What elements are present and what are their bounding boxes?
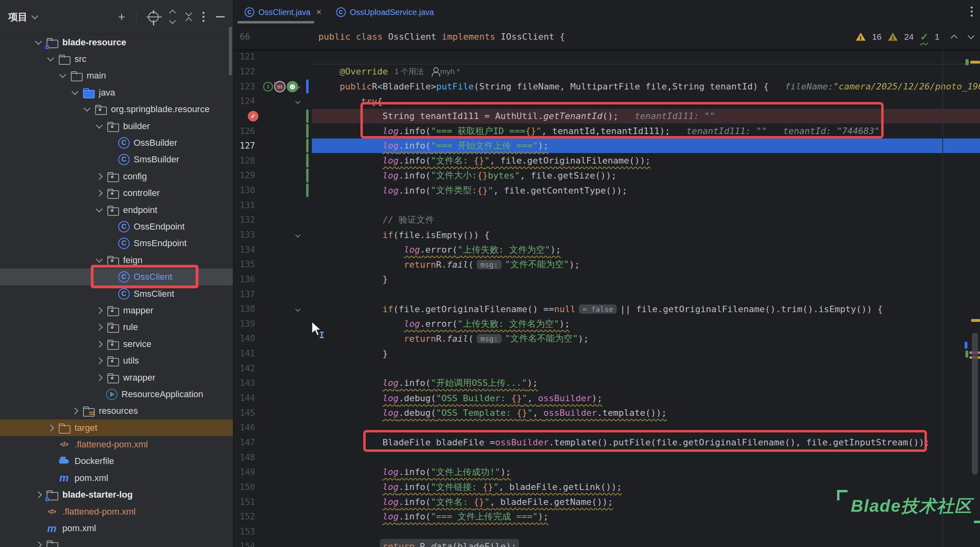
tree-item-resourceapplication[interactable]: ResourceApplication bbox=[0, 386, 233, 402]
implementing-method-icon[interactable]: I↑ bbox=[263, 82, 273, 92]
code-line-content[interactable]: String tenantId111 = AuthUtil.getTenantI… bbox=[312, 109, 980, 124]
code-area[interactable]: 121122@Override1 个用法myh *123I↑m⊕public R… bbox=[233, 49, 980, 547]
gutter[interactable]: 143 bbox=[233, 376, 312, 391]
tree-scrollbar[interactable] bbox=[229, 27, 232, 75]
code-line-132[interactable]: 132// 验证文件 bbox=[233, 213, 980, 228]
code-line-content[interactable] bbox=[312, 361, 980, 376]
tree-item-smsbuilder[interactable]: CSmsBuilder bbox=[0, 151, 233, 168]
gutter[interactable]: 129 bbox=[233, 168, 312, 183]
code-line-content[interactable]: log.debug("OSS Builder: {}", ossBuilder)… bbox=[312, 391, 980, 406]
tree-item-src[interactable]: src bbox=[0, 51, 233, 67]
vcs-change-marker[interactable] bbox=[306, 109, 309, 123]
gutter[interactable]: 147 bbox=[233, 435, 312, 450]
code-line-content[interactable]: public R<BladeFile> putFile(String fileN… bbox=[312, 79, 980, 94]
tree-item--flattened-pom-xml[interactable]: </>.flattened-pom.xml bbox=[0, 436, 233, 453]
project-panel-title[interactable]: 项目 bbox=[8, 11, 28, 23]
tree-item-builder[interactable]: builder bbox=[0, 118, 233, 134]
add-icon[interactable]: + bbox=[118, 11, 125, 23]
gutter[interactable]: 134 bbox=[233, 242, 312, 257]
chevron-down-icon[interactable] bbox=[32, 12, 38, 19]
gutter[interactable]: 124 bbox=[233, 94, 312, 109]
gutter[interactable]: 146 bbox=[233, 420, 312, 435]
code-line-146[interactable]: 146 bbox=[233, 420, 980, 435]
code-line-127[interactable]: 127log.info("=== 开始文件上传 ==="); bbox=[233, 138, 980, 153]
gutter[interactable]: ✓ bbox=[233, 109, 312, 124]
code-line-145[interactable]: 145log.debug("OSS Template: {}", ossBuil… bbox=[233, 405, 980, 420]
tree-item-ossbuilder[interactable]: COssBuilder bbox=[0, 134, 233, 151]
tree-item-smsclient[interactable]: CSmsClient bbox=[0, 285, 233, 302]
hide-panel-icon[interactable] bbox=[216, 16, 225, 17]
code-line-content[interactable]: log.info("文件上传成功!"); bbox=[312, 465, 980, 480]
code-line-content[interactable]: // 验证文件 bbox=[312, 213, 980, 228]
tree-item-endpoint[interactable]: endpoint bbox=[0, 202, 233, 218]
vcs-change-marker[interactable] bbox=[306, 153, 309, 168]
vcs-change-marker[interactable] bbox=[306, 139, 309, 153]
code-line-149[interactable]: 149log.info("文件上传成功!"); bbox=[233, 465, 980, 480]
code-line-content[interactable]: log.debug("OSS Template: {}", ossBuilder… bbox=[312, 405, 980, 420]
gutter[interactable]: 154 bbox=[233, 539, 312, 547]
gutter[interactable]: 151 bbox=[233, 494, 312, 509]
gutter[interactable]: 122 bbox=[233, 64, 312, 79]
chevron-down-icon[interactable] bbox=[60, 71, 66, 78]
tree-item-partial[interactable] bbox=[0, 537, 233, 547]
tree-item-service[interactable]: service bbox=[0, 336, 233, 352]
chevron-down-icon[interactable] bbox=[96, 255, 103, 262]
tree-item-mapper[interactable]: mapper bbox=[0, 302, 233, 319]
vcs-change-marker[interactable] bbox=[306, 183, 309, 198]
gutter[interactable]: 153 bbox=[233, 524, 312, 539]
code-line-140[interactable]: 140return R.fail(msg:"文件名不能为空"); bbox=[233, 331, 980, 346]
collapse-all-icon[interactable] bbox=[186, 11, 191, 23]
code-line-content[interactable]: log.info("文件类型: {}", file.getContentType… bbox=[312, 183, 980, 198]
code-line-134[interactable]: 134log.error("上传失败: 文件为空"); bbox=[233, 242, 980, 257]
tree-item-pom-xml[interactable]: mpom.xml bbox=[0, 520, 233, 536]
chevron-down-icon[interactable] bbox=[72, 88, 79, 95]
tree-item-blade-starter-log[interactable]: blade-starter-log bbox=[0, 487, 233, 503]
code-line-122[interactable]: 122@Override1 个用法myh * bbox=[233, 64, 980, 79]
next-warning-icon[interactable] bbox=[968, 32, 975, 39]
gutter[interactable]: 132 bbox=[233, 213, 312, 228]
chevron-right-icon[interactable] bbox=[96, 173, 103, 180]
inspections-widget[interactable]: 16 24 ✓ 1 bbox=[856, 31, 980, 43]
tree-item-blade-resource[interactable]: blade-resource bbox=[0, 34, 233, 51]
gutter[interactable]: 138 bbox=[233, 302, 312, 317]
tree-item-wrapper[interactable]: wrapper bbox=[0, 369, 233, 386]
chevron-right-icon[interactable] bbox=[96, 307, 103, 314]
tree-item-ossclient[interactable]: COssClient bbox=[0, 268, 233, 285]
gutter[interactable]: 148 bbox=[233, 450, 312, 465]
code-line-content[interactable]: log.info("文件链接: {}", bladeFile.getLink()… bbox=[312, 480, 980, 495]
gutter[interactable]: 121 bbox=[233, 49, 312, 64]
tree-item-controller[interactable]: controller bbox=[0, 185, 233, 202]
code-line-141[interactable]: 141} bbox=[233, 346, 980, 361]
gutter[interactable]: 131 bbox=[233, 198, 312, 213]
code-line-content[interactable]: log.error("上传失败: 文件为空"); bbox=[312, 242, 980, 257]
chevron-down-icon[interactable] bbox=[35, 38, 42, 45]
tree-item-target[interactable]: target bbox=[0, 419, 233, 436]
tree-item-rule[interactable]: rule bbox=[0, 319, 233, 336]
tree-item-resources[interactable]: resources bbox=[0, 403, 233, 419]
chevron-right-icon[interactable] bbox=[96, 190, 103, 197]
chevron-right-icon[interactable] bbox=[35, 492, 42, 498]
tree-item--flattened-pom-xml[interactable]: </>.flattened-pom.xml bbox=[0, 503, 233, 520]
code-line-130[interactable]: 130log.info("文件类型: {}", file.getContentT… bbox=[233, 183, 980, 198]
code-line-137[interactable]: 137 bbox=[233, 287, 980, 302]
chevron-down-icon[interactable] bbox=[96, 121, 103, 128]
tree-item-dockerfile[interactable]: Dockerfile bbox=[0, 453, 233, 470]
code-line-131[interactable]: 131 bbox=[233, 198, 980, 213]
chevron-right-icon[interactable] bbox=[72, 408, 79, 415]
code-line-143[interactable]: 143log.info("开始调用OSS上传..."); bbox=[233, 376, 980, 391]
tab-ossclient[interactable]: C OssClient.java × bbox=[237, 0, 329, 24]
editor-scrollbar-thumb[interactable] bbox=[972, 333, 978, 475]
tree-item-org-springblade-resource[interactable]: org.springblade.resource bbox=[0, 101, 233, 118]
code-line-content[interactable]: log.info("文件名: {}", file.getOriginalFile… bbox=[312, 153, 980, 168]
code-line-content[interactable] bbox=[312, 420, 980, 435]
code-line-150[interactable]: 150log.info("文件链接: {}", bladeFile.getLin… bbox=[233, 480, 980, 495]
tree-item-config[interactable]: config bbox=[0, 168, 233, 185]
code-line-content[interactable]: log.info("=== 开始文件上传 ==="); bbox=[312, 138, 980, 153]
gutter[interactable]: 150 bbox=[233, 480, 312, 495]
code-line-content[interactable]: log.info("=== 获取租户ID ==={}", tenantId,te… bbox=[312, 123, 980, 138]
code-line-142[interactable]: 142 bbox=[233, 361, 980, 376]
chevron-right-icon[interactable] bbox=[47, 424, 54, 431]
code-line-content[interactable]: return R.fail(msg:"文件不能为空"); bbox=[312, 257, 980, 272]
code-line-content[interactable] bbox=[312, 198, 980, 213]
chevron-down-icon[interactable] bbox=[96, 205, 103, 212]
